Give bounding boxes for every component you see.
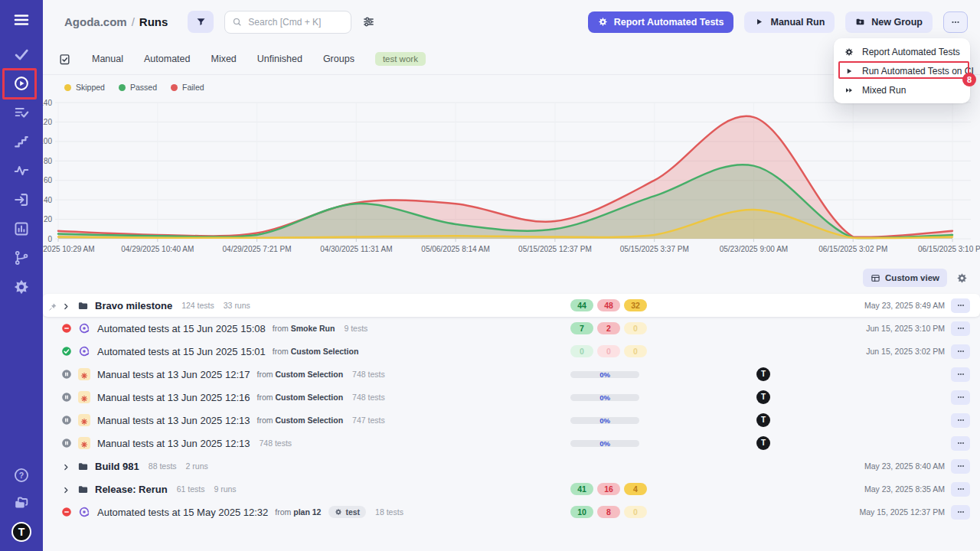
legend-item-failed[interactable]: Failed bbox=[171, 83, 204, 92]
row-more-button[interactable] bbox=[951, 344, 970, 359]
legend-item-skipped[interactable]: Skipped bbox=[64, 83, 105, 92]
svg-text:05/23/2025 9:00 AM: 05/23/2025 9:00 AM bbox=[720, 245, 789, 253]
row-more-button[interactable] bbox=[951, 482, 970, 497]
filter-button[interactable] bbox=[188, 11, 214, 33]
run-row[interactable]: Manual tests at 13 Jun 2025 12:16from Cu… bbox=[43, 386, 980, 409]
tests-count: 748 tests bbox=[259, 439, 292, 448]
automated-run-icon bbox=[78, 506, 90, 518]
svg-text:06/15/2025 3:10 PM: 06/15/2025 3:10 PM bbox=[918, 245, 980, 253]
run-title[interactable]: Automated tests at 15 Jun 2025 15:08 bbox=[97, 323, 266, 334]
ellipsis-icon bbox=[956, 393, 965, 402]
hamburger-menu-icon[interactable] bbox=[12, 11, 31, 29]
tab-manual[interactable]: Manual bbox=[92, 54, 123, 64]
tab-unfinished[interactable]: Unfinished bbox=[257, 54, 302, 64]
tests-count: 124 tests bbox=[181, 301, 214, 310]
skipped-count-pill: 32 bbox=[624, 299, 647, 311]
run-row[interactable]: Automated tests at 15 May 2025 12:32from… bbox=[43, 500, 980, 523]
tab-automated[interactable]: Automated bbox=[144, 54, 190, 64]
group-title[interactable]: Release: Rerun bbox=[95, 484, 168, 495]
run-title[interactable]: Automated tests at 15 May 2025 12:32 bbox=[97, 507, 268, 518]
result-pills: 1080 bbox=[570, 506, 647, 518]
group-title[interactable]: Build 981 bbox=[95, 461, 139, 472]
sidebar-item-reports-chart[interactable] bbox=[13, 220, 30, 237]
sidebar-item-import[interactable] bbox=[13, 191, 30, 208]
row-more-button[interactable] bbox=[951, 505, 970, 520]
sidebar-item-tests-check[interactable] bbox=[13, 46, 30, 63]
ellipsis-icon bbox=[956, 507, 965, 517]
runs-checklist-icon[interactable] bbox=[58, 53, 71, 66]
sliders-icon[interactable] bbox=[362, 15, 375, 28]
search-input[interactable] bbox=[247, 16, 344, 28]
menu-item-label: Run Automated Tests on CI bbox=[862, 66, 974, 77]
ellipsis-icon bbox=[956, 324, 965, 333]
row-more-button[interactable] bbox=[951, 367, 970, 382]
assignee-avatar[interactable]: T bbox=[756, 390, 770, 404]
group-row[interactable]: Bravo milestone124 tests33 runs444832May… bbox=[43, 294, 980, 317]
row-more-button[interactable] bbox=[951, 413, 970, 428]
legend-item-passed[interactable]: Passed bbox=[119, 83, 157, 92]
run-row[interactable]: Automated tests at 15 Jun 2025 15:08from… bbox=[43, 317, 980, 340]
row-more-button[interactable] bbox=[951, 459, 970, 474]
assignee-avatar[interactable]: T bbox=[756, 436, 770, 450]
new-group-button[interactable]: New Group bbox=[845, 11, 933, 33]
breadcrumb-project[interactable]: Agoda.com bbox=[64, 15, 127, 28]
sidebar-footer: ?T bbox=[11, 467, 31, 551]
run-title[interactable]: Automated tests at 15 Jun 2025 15:01 bbox=[97, 346, 266, 357]
tab-groups[interactable]: Groups bbox=[323, 54, 354, 64]
manual-run-icon bbox=[80, 371, 89, 380]
expand-chevron-icon[interactable] bbox=[61, 301, 71, 311]
row-more-button[interactable] bbox=[951, 298, 970, 313]
row-more-button[interactable] bbox=[951, 436, 970, 451]
menu-item-mixed-run[interactable]: Mixed Run bbox=[834, 80, 970, 99]
assignee-avatar[interactable]: T bbox=[756, 413, 770, 427]
run-row[interactable]: Manual tests at 13 Jun 2025 12:17from Cu… bbox=[43, 363, 980, 386]
view-settings-button[interactable] bbox=[956, 272, 968, 284]
sidebar-item-projects-folder[interactable] bbox=[13, 494, 30, 511]
run-title[interactable]: Manual tests at 13 Jun 2025 12:13 bbox=[97, 438, 250, 449]
menu-item-label: Report Automated Tests bbox=[862, 47, 960, 57]
run-row[interactable]: Manual tests at 13 Jun 2025 12:13748 tes… bbox=[43, 432, 980, 455]
custom-view-button[interactable]: Custom view bbox=[863, 269, 947, 287]
row-more-button[interactable] bbox=[951, 321, 970, 336]
menu-item-report-automated-tests[interactable]: Report Automated Tests bbox=[834, 42, 970, 61]
svg-text:120: 120 bbox=[43, 118, 52, 126]
manual-run-button[interactable]: Manual Run bbox=[744, 11, 835, 33]
run-title[interactable]: Manual tests at 13 Jun 2025 12:17 bbox=[97, 369, 250, 380]
sidebar-item-milestones-steps[interactable] bbox=[13, 133, 30, 150]
sidebar-item-branches[interactable] bbox=[13, 249, 30, 266]
group-row[interactable]: Build 98188 tests2 runsMay 23, 2025 8:40… bbox=[43, 455, 980, 478]
sidebar-item-test-plans[interactable] bbox=[13, 104, 30, 121]
sidebar-item-help[interactable]: ? bbox=[13, 467, 30, 484]
sidebar-item-settings-gear[interactable] bbox=[13, 279, 30, 295]
run-row[interactable]: Manual tests at 13 Jun 2025 12:13from Cu… bbox=[43, 409, 980, 432]
search-box[interactable] bbox=[224, 11, 351, 34]
run-date: Jun 15, 2025 3:02 PM bbox=[866, 347, 945, 356]
group-row[interactable]: Release: Rerun61 tests9 runs41164May 23,… bbox=[43, 478, 980, 500]
assignee-avatar[interactable]: T bbox=[756, 367, 770, 381]
menu-item-run-automated-tests-on-ci[interactable]: Run Automated Tests on CI bbox=[834, 61, 970, 80]
run-row[interactable]: Automated tests at 15 Jun 2025 15:01from… bbox=[43, 340, 980, 363]
group-title[interactable]: Bravo milestone bbox=[95, 300, 172, 311]
from-label: from Smoke Run bbox=[273, 324, 335, 333]
report-automated-tests-button[interactable]: Report Automated Tests bbox=[588, 11, 734, 33]
sidebar-item-analytics-pulse[interactable] bbox=[13, 162, 30, 179]
expand-chevron-icon[interactable] bbox=[61, 484, 71, 494]
report-gear-icon bbox=[844, 47, 854, 57]
run-title[interactable]: Manual tests at 13 Jun 2025 12:13 bbox=[97, 415, 250, 426]
test-work-badge[interactable]: test work bbox=[375, 52, 426, 66]
failed-status-icon bbox=[61, 507, 72, 517]
row-more-button[interactable] bbox=[951, 390, 970, 405]
from-label: from Custom Selection bbox=[256, 370, 343, 379]
tab-mixed[interactable]: Mixed bbox=[211, 54, 236, 64]
tag-badge[interactable]: test bbox=[328, 506, 366, 518]
passed-count-pill: 10 bbox=[570, 506, 593, 518]
user-avatar[interactable]: T bbox=[11, 522, 31, 542]
more-actions-button[interactable] bbox=[943, 11, 968, 33]
expand-chevron-icon[interactable] bbox=[61, 461, 71, 471]
play-icon bbox=[844, 67, 854, 76]
sidebar-item-runs-play[interactable] bbox=[13, 75, 30, 92]
tests-count: 748 tests bbox=[352, 370, 385, 379]
run-title[interactable]: Manual tests at 13 Jun 2025 12:16 bbox=[97, 392, 250, 403]
tests-count: 88 tests bbox=[149, 461, 177, 471]
failed-status-icon bbox=[61, 323, 72, 334]
